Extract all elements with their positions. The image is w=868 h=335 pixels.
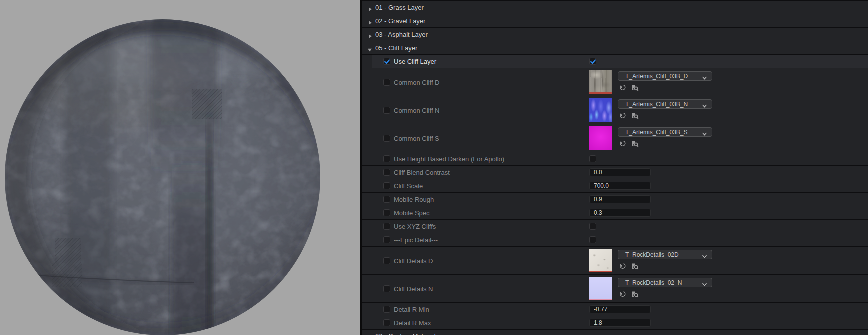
value-input[interactable]: -0.77	[589, 305, 651, 313]
category-label: 03 - Asphalt Layer	[375, 31, 428, 38]
indent-guide	[372, 165, 372, 179]
indent-guide	[372, 302, 372, 316]
expander-icon[interactable]	[367, 5, 372, 10]
category-value-cell	[583, 28, 868, 41]
texture-thumbnail[interactable]	[589, 249, 612, 272]
value-cell: T_Artemis_Cliff_03B_S	[583, 124, 868, 152]
asset-dropdown[interactable]: T_RockDetails_02_N	[618, 278, 712, 287]
override-checkbox[interactable]	[383, 196, 390, 203]
indent-guide	[372, 124, 372, 152]
expander-icon[interactable]	[367, 333, 372, 335]
override-checkbox[interactable]	[383, 306, 390, 313]
parameter-label: Cliff Scale	[394, 182, 423, 190]
use-selected-asset-icon[interactable]	[619, 262, 627, 270]
override-checkbox[interactable]	[383, 155, 390, 162]
override-checkbox[interactable]	[383, 135, 390, 142]
parameter-label: Cliff Blend Contrast	[394, 169, 450, 176]
parameter-row: Use Cliff Layer	[362, 55, 868, 68]
use-selected-asset-icon[interactable]	[619, 112, 627, 119]
chevron-down-icon	[702, 74, 707, 79]
override-checkbox[interactable]	[383, 236, 390, 243]
use-selected-asset-icon[interactable]	[619, 290, 627, 298]
override-checkbox[interactable]	[383, 209, 390, 216]
value-cell: -0.77	[583, 303, 868, 316]
override-checkbox[interactable]	[383, 182, 390, 189]
override-checkbox[interactable]	[383, 223, 390, 230]
texture-thumbnail[interactable]	[589, 98, 612, 122]
override-checkbox[interactable]	[383, 257, 390, 264]
category-row: 01 - Grass Layer	[362, 1, 868, 14]
parameter-row: Common Cliff NT_Artemis_Cliff_03B_N	[362, 96, 868, 124]
use-selected-asset-icon[interactable]	[619, 140, 627, 147]
override-checkbox[interactable]	[383, 285, 390, 292]
parameter-label: Detail R Max	[394, 319, 431, 327]
asset-dropdown[interactable]: T_Artemis_Cliff_03B_S	[618, 127, 712, 137]
parameter-row: Use XYZ Cliffs	[362, 220, 868, 233]
category-label: 01 - Grass Layer	[375, 4, 424, 11]
texture-thumbnail[interactable]	[589, 126, 612, 150]
parameter-row: Use Height Based Darken (For Apollo)	[362, 152, 868, 166]
expander-icon[interactable]	[367, 45, 372, 50]
parameter-row: Mobile Spec0.3	[362, 206, 868, 220]
details-panel: 01 - Grass Layer02 - Gravel Layer03 - As…	[362, 0, 868, 335]
category-value-cell	[583, 1, 868, 14]
value-checkbox[interactable]	[589, 58, 596, 65]
category-row: 02 - Gravel Layer	[362, 14, 868, 28]
parameter-label: Cliff Details D	[394, 257, 433, 264]
override-checkbox[interactable]	[383, 319, 390, 326]
override-checkbox[interactable]	[383, 169, 390, 176]
value-input[interactable]: 0.0	[589, 168, 651, 176]
value-cell: 0.9	[583, 193, 868, 206]
browse-to-asset-icon[interactable]	[631, 140, 639, 147]
asset-name: T_Artemis_Cliff_03B_D	[625, 73, 688, 80]
parameter-label: Cliff Details N	[394, 285, 433, 292]
override-checkbox[interactable]	[383, 58, 390, 65]
indent-guide	[372, 68, 372, 96]
value-input[interactable]: 1.8	[589, 319, 651, 327]
browse-to-asset-icon[interactable]	[631, 290, 639, 298]
indent-guide	[372, 233, 372, 246]
asset-dropdown[interactable]: T_RockDetails_02D	[618, 250, 712, 259]
asset-dropdown[interactable]: T_Artemis_Cliff_03B_D	[618, 71, 712, 81]
material-preview-viewport[interactable]	[0, 0, 360, 335]
parameter-label: Common Cliff S	[394, 134, 439, 142]
indent-guide	[372, 96, 372, 124]
browse-to-asset-icon[interactable]	[631, 84, 639, 91]
override-checkbox[interactable]	[383, 79, 390, 86]
value-cell: 1.8	[583, 316, 868, 329]
browse-to-asset-icon[interactable]	[631, 112, 639, 119]
texture-thumbnail[interactable]	[589, 70, 612, 94]
preview-sphere	[0, 0, 360, 335]
value-input[interactable]: 0.3	[589, 209, 651, 217]
value-cell: T_RockDetails_02D	[583, 247, 868, 274]
indent-guide	[372, 206, 372, 219]
asset-name: T_Artemis_Cliff_03B_S	[625, 129, 688, 136]
value-input[interactable]: 0.9	[589, 195, 651, 203]
indent-guide	[372, 246, 372, 274]
parameter-row: Detail R Min-0.77	[362, 303, 868, 316]
value-checkbox[interactable]	[589, 223, 596, 230]
category-row: 03 - Asphalt Layer	[362, 28, 868, 41]
parameter-label: Mobile Rough	[394, 196, 434, 203]
value-cell: T_Artemis_Cliff_03B_N	[583, 96, 868, 124]
expander-icon[interactable]	[367, 32, 372, 37]
value-checkbox[interactable]	[589, 155, 596, 162]
parameter-row: Cliff Scale700.0	[362, 179, 868, 193]
value-cell: T_RockDetails_02_N	[583, 275, 868, 302]
browse-to-asset-icon[interactable]	[631, 262, 639, 270]
override-checkbox[interactable]	[383, 107, 390, 114]
category-value-cell	[583, 41, 868, 54]
use-selected-asset-icon[interactable]	[619, 84, 627, 91]
expander-icon[interactable]	[367, 18, 372, 23]
value-checkbox[interactable]	[589, 236, 596, 243]
asset-type-stripe	[589, 271, 612, 272]
indent-guide	[372, 219, 372, 233]
category-label: 05 - Cliff Layer	[375, 44, 417, 52]
chevron-down-icon	[702, 130, 707, 135]
texture-thumbnail[interactable]	[589, 277, 612, 300]
value-cell	[583, 152, 868, 165]
asset-type-stripe	[589, 92, 612, 94]
category-label: 06 - Custom Material	[375, 332, 436, 335]
value-input[interactable]: 700.0	[589, 182, 651, 190]
asset-dropdown[interactable]: T_Artemis_Cliff_03B_N	[618, 99, 712, 109]
